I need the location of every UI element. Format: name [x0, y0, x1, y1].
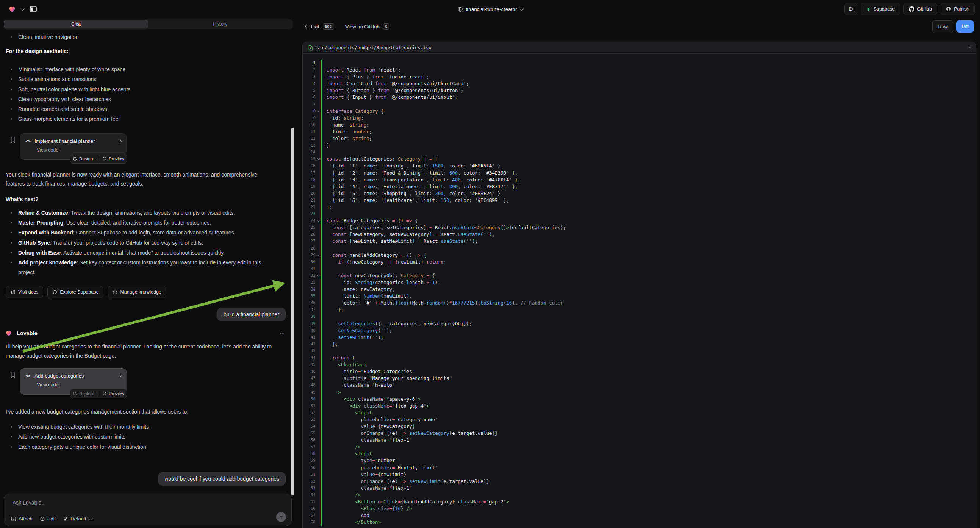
line-number: 11	[303, 129, 315, 135]
code-text: };	[322, 307, 976, 313]
code-text: };	[322, 341, 976, 348]
line-number: 47	[303, 375, 315, 382]
external-link-icon	[11, 290, 16, 295]
restore-button[interactable]: Restore	[73, 156, 94, 161]
line-number: 46	[303, 368, 315, 375]
fold-gutter	[315, 293, 321, 300]
fold-gutter	[315, 259, 321, 266]
file-header[interactable]: src/components/budget/BudgetCategories.t…	[303, 42, 976, 54]
user-message: build a financial planner	[217, 308, 286, 321]
code-lines: 1 2import React from 'react';3import { P…	[303, 54, 976, 526]
fold-gutter	[315, 368, 321, 375]
restore-button[interactable]: Restore	[73, 391, 94, 396]
code-line: 64 />	[303, 491, 976, 498]
code-line: 53 placeholder="Category name"	[303, 416, 976, 423]
code-text: color: string;	[322, 135, 976, 142]
project-switcher[interactable]: financial-future-creator	[457, 0, 523, 18]
code-text	[322, 313, 976, 320]
code-text: <Plus size={16} />	[322, 505, 976, 512]
fold-chevron-icon[interactable]	[315, 108, 321, 115]
edit-button[interactable]: Edit	[40, 516, 56, 522]
code-line: 21 { id: '6', name: 'Healthcare', limit:…	[303, 197, 976, 204]
line-number: 34	[303, 286, 315, 293]
diff-button[interactable]: Diff	[956, 21, 974, 33]
code-line: 49 >	[303, 389, 976, 396]
lovable-heart-icon	[5, 329, 13, 337]
bookmark-icon[interactable]	[10, 136, 16, 143]
attach-button[interactable]: Attach	[11, 516, 33, 522]
bookmark-icon[interactable]	[10, 371, 16, 379]
code-line: 9 id: string;	[303, 115, 976, 122]
code-line: 34 name: newCategory,	[303, 286, 976, 293]
list-item: Clean, intuitive navigation	[10, 32, 271, 42]
code-text: subtitle="Manage your spending limits"	[322, 375, 976, 382]
list-item: Rounded corners and subtle shadows	[10, 104, 271, 114]
fold-gutter	[315, 402, 321, 409]
fold-gutter	[315, 478, 321, 485]
chevron-down-icon	[89, 516, 93, 520]
fold-gutter	[315, 512, 321, 519]
chat-input[interactable]	[12, 499, 284, 512]
code-text: onChange={(e) => setNewLimit(e.target.va…	[322, 478, 976, 485]
preview-button[interactable]: Preview	[102, 391, 124, 396]
tab-chat[interactable]: Chat	[4, 20, 148, 29]
code-text: import { Input } from '@/components/ui/i…	[322, 94, 976, 101]
view-on-github-button[interactable]: View on GitHub G	[345, 24, 390, 30]
code-line: 8interface Category {	[303, 108, 976, 115]
lovable-logo-menu[interactable]	[6, 3, 18, 15]
chat-panel: Chat History Clean, intuitive navigation…	[0, 18, 296, 528]
settings-button[interactable]: ⚙	[845, 3, 857, 15]
line-number: 41	[303, 334, 315, 341]
fold-gutter	[315, 320, 321, 327]
line-number: 43	[303, 348, 315, 355]
fold-gutter	[315, 142, 321, 149]
fold-chevron-icon[interactable]	[315, 156, 321, 162]
send-button[interactable]	[276, 512, 286, 522]
fold-gutter	[315, 279, 321, 286]
github-button[interactable]: GitHub	[904, 3, 937, 15]
line-number: 10	[303, 122, 315, 129]
fold-chevron-icon[interactable]	[315, 218, 321, 224]
code-text: import { Plus } from 'lucide-react';	[322, 73, 976, 80]
code-text: onChange={(e) => setNewCategory(e.target…	[322, 430, 976, 437]
view-code-link[interactable]: View code	[37, 147, 121, 153]
fold-gutter	[315, 80, 321, 87]
code-line: 39 setCategories([...categories, newCate…	[303, 320, 976, 327]
manage-knowledge-button[interactable]: Manage knowledge	[108, 286, 166, 298]
supabase-button[interactable]: Supabase	[861, 3, 900, 15]
line-number: 45	[303, 361, 315, 368]
code-text: placeholder="Monthly limit"	[322, 464, 976, 471]
raw-button[interactable]: Raw	[932, 21, 953, 33]
sliders-icon	[63, 516, 68, 522]
line-number: 48	[303, 382, 315, 389]
publish-button[interactable]: Publish	[940, 3, 975, 15]
line-number: 28	[303, 245, 315, 252]
visit-docs-button[interactable]: Visit docs	[6, 286, 43, 298]
line-number: 16	[303, 162, 315, 169]
code-line: 29 const handleAddCategory = () => {	[303, 252, 976, 259]
version-actions: Restore Preview	[70, 154, 127, 164]
chevron-down-icon[interactable]	[21, 6, 25, 11]
code-line: 11 limit: number;	[303, 129, 976, 135]
code-line: 4import ChartCard from '@/components/ui/…	[303, 80, 976, 87]
fold-gutter	[315, 334, 321, 341]
fold-chevron-icon[interactable]	[315, 252, 321, 259]
code-line: 15const defaultCategories: Category[] = …	[303, 156, 976, 162]
code-text: limit: number;	[322, 129, 976, 135]
code-text: color: '#' + Math.floor(Math.random()*16…	[322, 300, 976, 307]
preview-button[interactable]: Preview	[102, 156, 124, 161]
fold-gutter	[315, 197, 321, 204]
tab-history[interactable]: History	[148, 20, 293, 29]
collapse-chevron-icon[interactable]	[967, 46, 971, 50]
explore-supabase-button[interactable]: Explore Supabase	[47, 286, 103, 298]
view-code-link[interactable]: View code	[37, 382, 121, 388]
toggle-sidebar-button[interactable]	[27, 3, 40, 15]
chat-scrollbar[interactable]	[291, 128, 294, 495]
exit-button[interactable]: Exit	[305, 24, 319, 30]
more-options-icon[interactable]: ⋯	[279, 330, 286, 337]
divider	[98, 156, 99, 161]
fold-chevron-icon[interactable]	[315, 272, 321, 279]
code-line: 67 Add	[303, 512, 976, 519]
mode-selector[interactable]: Default	[63, 516, 92, 522]
line-number: 1	[303, 60, 315, 67]
